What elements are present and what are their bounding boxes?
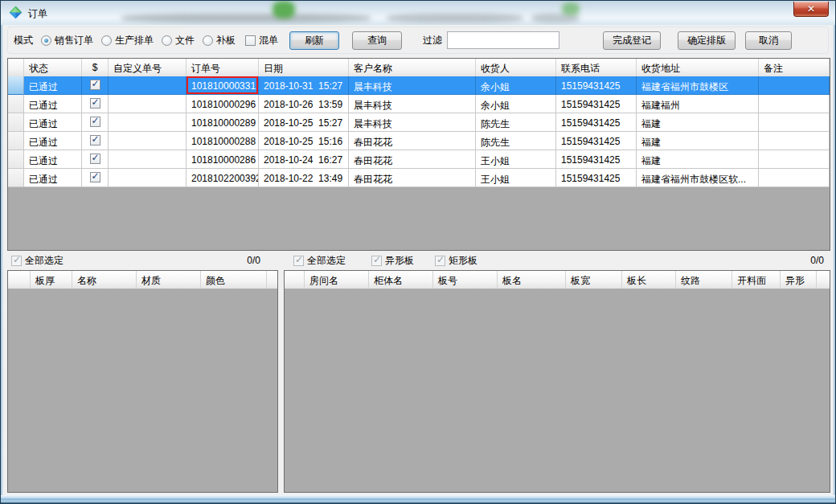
boards-detail-column-header-8[interactable]: 异形 <box>781 271 817 289</box>
boards-detail-column-header-1[interactable]: 柜体名 <box>369 271 433 289</box>
mixed-checkbox[interactable]: 混单 <box>245 34 278 47</box>
mode-radio-patch[interactable]: 补板 <box>203 34 236 47</box>
mode-radio-file[interactable]: 文件 <box>162 34 195 47</box>
cell-order-no: 101810000288 <box>186 132 259 150</box>
left-selection-strip: 全部选定 0/0 <box>7 252 278 268</box>
boards-detail-column-header-6[interactable]: 纹路 <box>676 271 732 289</box>
boards-summary-column-header-2[interactable]: 材质 <box>137 271 201 289</box>
cell-address: 福建 <box>637 150 759 169</box>
column-header-consignee[interactable]: 收货人 <box>476 59 556 76</box>
column-header-custom-no[interactable]: 自定义单号 <box>109 59 186 76</box>
row-selector-cell[interactable] <box>8 76 24 95</box>
checkbox-icon <box>293 256 304 266</box>
cell-customer: 晨丰科技 <box>349 76 476 95</box>
cell-status: 已通过 <box>24 169 82 187</box>
order-row[interactable]: 已通过1018100002962018-10-26 13:59晨丰科技余小姐15… <box>8 95 830 113</box>
order-row[interactable]: 已通过1018100002862018-10-24 16:27春田花花王小姐15… <box>8 150 830 169</box>
checkbox-icon <box>90 80 100 90</box>
cell-status: 已通过 <box>24 132 82 150</box>
row-checkbox-cell[interactable] <box>82 113 109 132</box>
order-row[interactable]: 已通过1018100003312018-10-31 15:27晨丰科技余小姐15… <box>8 76 830 95</box>
right-select-all-checkbox[interactable]: 全部选定 <box>293 254 346 268</box>
boards-detail-column-header-0[interactable]: 房间名 <box>305 271 369 289</box>
title-bar: 订单 ✕ <box>1 1 835 25</box>
column-header-date[interactable]: 日期 <box>259 59 349 76</box>
cell-address: 福建省福州市鼓楼区软... <box>637 169 759 187</box>
left-select-all-checkbox[interactable]: 全部选定 <box>11 254 64 268</box>
row-selector-cell[interactable] <box>8 150 24 169</box>
cell-custom-no <box>109 113 186 132</box>
finish-register-button[interactable]: 完成登记 <box>603 31 661 50</box>
highlighted-order-no-cell: 101810000331 <box>186 76 259 95</box>
glass-smudge <box>121 14 371 23</box>
right-count: 0/0 <box>810 255 824 266</box>
column-header-order-no[interactable]: 订单号 <box>186 59 259 76</box>
orders-table: 状态$自定义单号订单号日期客户名称收货人联系电话收货地址备注 已通过101810… <box>7 58 830 251</box>
cell-consignee: 余小姐 <box>476 95 556 113</box>
column-header-address[interactable]: 收货地址 <box>637 59 759 76</box>
cell-remark <box>759 113 830 132</box>
column-header-dollar[interactable]: $ <box>82 59 109 76</box>
row-selector-cell[interactable] <box>8 113 24 132</box>
cell-address: 福建福州 <box>637 95 759 113</box>
row-checkbox-cell[interactable] <box>82 76 109 95</box>
boards-summary-column-header-0[interactable]: 板厚 <box>31 271 72 289</box>
window-frame-right <box>833 25 835 495</box>
glass-smudge <box>387 14 523 23</box>
row-selector-cell[interactable] <box>8 169 24 187</box>
cell-phone: 15159431425 <box>556 132 637 150</box>
filter-input[interactable] <box>447 31 559 49</box>
order-row[interactable]: 已通过201810220039252018-10-22 13:49春田花花王小姐… <box>8 169 830 187</box>
cell-remark <box>759 169 830 187</box>
boards-detail-column-header-3[interactable]: 板名 <box>498 271 566 289</box>
confirm-layout-button[interactable]: 确定排版 <box>678 31 736 50</box>
cell-date: 2018-10-25 15:16 <box>259 132 349 150</box>
cell-consignee: 余小姐 <box>476 76 556 95</box>
row-selector-cell[interactable] <box>8 95 24 113</box>
cell-consignee: 陈先生 <box>476 132 556 150</box>
boards-summary-header-row: 板厚名称材质颜色 <box>8 271 277 289</box>
column-header-status[interactable]: 状态 <box>24 59 82 76</box>
cell-status: 已通过 <box>24 150 82 169</box>
cell-date: 2018-10-26 13:59 <box>259 95 349 113</box>
boards-detail-column-header-2[interactable]: 板号 <box>433 271 498 289</box>
mode-radio-label: 补板 <box>216 34 236 47</box>
cell-date: 2018-10-22 13:49 <box>259 169 349 187</box>
rect-board-checkbox[interactable]: 矩形板 <box>435 254 477 268</box>
boards-detail-column-header-4[interactable]: 板宽 <box>566 271 622 289</box>
row-selector-cell[interactable] <box>8 132 24 150</box>
close-button[interactable]: ✕ <box>793 2 829 17</box>
mode-label: 模式 <box>14 34 33 47</box>
cancel-button[interactable]: 取消 <box>745 31 792 50</box>
orders-header-row: 状态$自定义单号订单号日期客户名称收货人联系电话收货地址备注 <box>8 59 830 76</box>
checkbox-icon <box>11 256 22 266</box>
mode-radio-production[interactable]: 生产排单 <box>101 34 154 47</box>
order-row[interactable]: 已通过1018100002882018-10-25 15:16春田花花陈先生15… <box>8 132 830 150</box>
boards-detail-table: 房间名柜体名板号板名板宽板长纹路开料面异形 <box>284 270 830 493</box>
row-checkbox-cell[interactable] <box>82 132 109 150</box>
row-checkbox-cell[interactable] <box>82 169 109 187</box>
order-row[interactable]: 已通过1018100002892018-10-25 15:27晨丰科技陈先生15… <box>8 113 830 132</box>
checkbox-icon <box>90 117 100 127</box>
desktop-leaf-blob <box>562 2 580 15</box>
mode-radio-sales[interactable]: 销售订单 <box>41 34 93 47</box>
refresh-button[interactable]: 刷新 <box>289 31 339 50</box>
cell-consignee: 王小姐 <box>476 169 556 187</box>
column-header-phone[interactable]: 联系电话 <box>556 59 637 76</box>
boards-detail-column-header-5[interactable]: 板长 <box>622 271 676 289</box>
cell-remark <box>759 132 830 150</box>
boards-summary-column-header-3[interactable]: 颜色 <box>201 271 267 289</box>
column-header-customer[interactable]: 客户名称 <box>349 59 476 76</box>
column-header-remark[interactable]: 备注 <box>759 59 830 76</box>
boards-summary-column-header-1[interactable]: 名称 <box>72 271 137 289</box>
cell-consignee: 陈先生 <box>476 113 556 132</box>
query-button[interactable]: 查询 <box>352 31 402 50</box>
special-board-checkbox[interactable]: 异形板 <box>371 254 414 268</box>
cell-order-no: 101810000289 <box>186 113 259 132</box>
filter-label: 过滤 <box>423 34 442 47</box>
window-title: 订单 <box>28 7 47 21</box>
row-checkbox-cell[interactable] <box>82 95 109 113</box>
row-checkbox-cell[interactable] <box>82 150 109 169</box>
boards-detail-column-header-7[interactable]: 开料面 <box>732 271 781 289</box>
mode-radio-label: 文件 <box>175 34 195 47</box>
